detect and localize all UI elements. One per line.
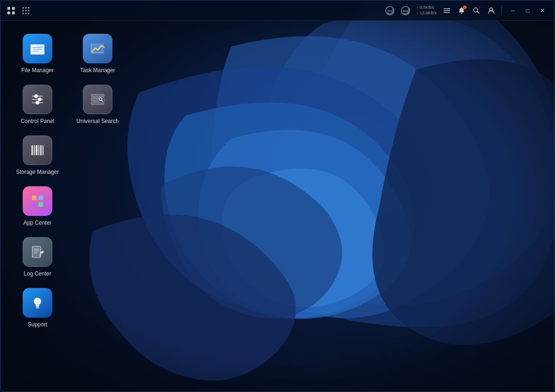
svg-rect-52	[38, 145, 39, 155]
svg-rect-56	[38, 196, 43, 200]
svg-rect-31	[32, 47, 43, 48]
minimize-button[interactable]: ─	[506, 4, 519, 17]
file-manager-label: File Manager	[21, 67, 54, 74]
svg-rect-6	[12, 12, 15, 14]
svg-point-14	[25, 12, 27, 14]
svg-point-66	[36, 299, 37, 301]
svg-rect-5	[7, 12, 10, 14]
universal-search-label: Universal Search	[76, 118, 118, 124]
notification-bell-btn[interactable]	[455, 4, 468, 17]
svg-text:RAM: RAM	[403, 9, 408, 12]
app-row-1: Control Panel	[12, 81, 123, 128]
menu-icon-btn[interactable]	[440, 4, 453, 17]
notification-badge	[463, 6, 467, 9]
control-panel-icon	[23, 85, 52, 114]
svg-point-13	[23, 12, 24, 14]
svg-point-9	[28, 7, 30, 8]
task-manager-label: Task Manager	[80, 67, 115, 74]
app-center-label: App Center	[24, 220, 52, 226]
task-manager-icon	[83, 34, 112, 63]
user-profile-btn[interactable]	[485, 4, 498, 17]
svg-point-15	[28, 12, 30, 14]
app-row-2: Storage Manager	[12, 132, 123, 179]
app-row-4: Log Center	[12, 233, 123, 281]
upload-speed: ↑ 0.5KB/s	[416, 5, 434, 11]
download-speed: ↓ 12.8KB/s	[416, 11, 437, 16]
svg-rect-49	[31, 145, 33, 155]
svg-rect-51	[36, 145, 37, 155]
app-icon-control-panel[interactable]: Control Panel	[12, 81, 63, 128]
app-icon-log-center[interactable]: Log Center	[12, 233, 63, 281]
app-icon-app-center[interactable]: App Center	[12, 183, 63, 230]
ram-monitor[interactable]: RAM	[399, 5, 413, 17]
universal-search-icon	[83, 85, 112, 114]
support-icon	[23, 288, 52, 318]
svg-rect-32	[32, 49, 43, 50]
svg-rect-53	[40, 145, 42, 155]
svg-rect-23	[444, 10, 450, 11]
titlebar-right: GPU RAM ↑ 0.5KB/s ↓ 12.8KB/s	[383, 4, 549, 17]
app-icon-task-manager[interactable]: Task Manager	[72, 30, 123, 77]
svg-point-64	[34, 298, 41, 305]
apps-grid-icon[interactable]	[21, 6, 31, 16]
svg-rect-50	[34, 145, 35, 155]
maximize-button[interactable]: □	[521, 4, 534, 17]
gpu-monitor[interactable]: GPU	[383, 5, 397, 17]
svg-rect-33	[32, 51, 39, 52]
divider	[501, 6, 502, 15]
svg-rect-4	[12, 7, 15, 10]
app-row-5: Support	[12, 284, 123, 331]
system-tray: GPU RAM ↑ 0.5KB/s ↓ 12.8KB/s	[383, 4, 504, 17]
app-icon-universal-search[interactable]: Universal Search	[72, 81, 123, 128]
svg-rect-55	[32, 196, 37, 200]
svg-rect-58	[38, 202, 43, 207]
window-icon[interactable]	[6, 6, 16, 16]
file-manager-icon	[23, 34, 52, 63]
svg-point-10	[23, 10, 24, 11]
storage-manager-icon	[23, 135, 52, 165]
control-panel-label: Control Panel	[21, 118, 55, 124]
app-icon-support[interactable]: Support	[12, 284, 63, 331]
storage-manager-label: Storage Manager	[16, 169, 59, 175]
svg-rect-25	[448, 8, 450, 9]
app-row-3: App Center	[12, 183, 123, 230]
app-icon-storage-manager[interactable]: Storage Manager	[12, 132, 63, 179]
svg-point-38	[34, 94, 38, 98]
network-speed[interactable]: ↑ 0.5KB/s ↓ 12.8KB/s	[414, 4, 438, 17]
svg-point-8	[25, 7, 27, 8]
app-center-icon	[23, 186, 52, 216]
svg-point-7	[23, 7, 24, 8]
svg-rect-54	[43, 145, 43, 155]
svg-rect-30	[31, 44, 37, 47]
svg-point-11	[25, 10, 27, 11]
search-btn[interactable]	[470, 4, 483, 17]
support-label: Support	[28, 321, 47, 328]
app-icon-file-manager[interactable]: File Manager	[12, 30, 63, 77]
svg-rect-24	[444, 12, 450, 13]
titlebar: GPU RAM ↑ 0.5KB/s ↓ 12.8KB/s	[0, 0, 555, 21]
window-controls: ─ □ ✕	[506, 4, 549, 17]
svg-rect-57	[32, 202, 37, 207]
log-center-label: Log Center	[24, 270, 51, 277]
main-window: GPU RAM ↑ 0.5KB/s ↓ 12.8KB/s	[0, 0, 555, 392]
close-button[interactable]: ✕	[536, 4, 549, 17]
desktop: File Manager Task Manager	[0, 21, 555, 392]
svg-point-42	[36, 101, 39, 104]
svg-rect-34	[91, 43, 104, 54]
titlebar-left	[6, 6, 31, 16]
svg-point-12	[28, 10, 30, 11]
svg-rect-3	[7, 7, 10, 10]
app-grid: File Manager Task Manager	[12, 30, 123, 331]
svg-point-40	[38, 98, 42, 101]
svg-line-27	[477, 12, 479, 13]
svg-rect-59	[32, 246, 41, 257]
log-center-icon	[23, 237, 52, 267]
svg-text:GPU: GPU	[388, 9, 393, 12]
app-row-0: File Manager Task Manager	[12, 30, 123, 77]
